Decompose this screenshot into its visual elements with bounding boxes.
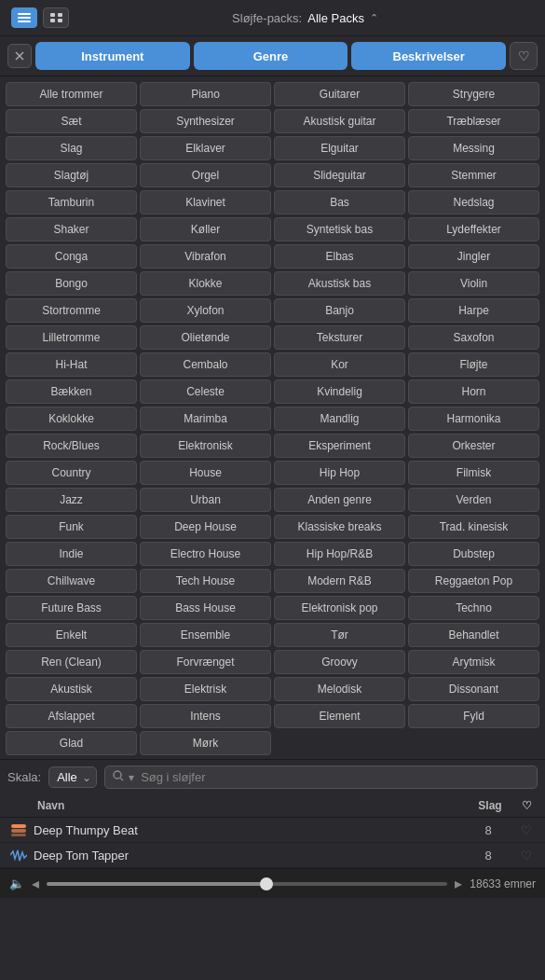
tag-item[interactable]: Elbas (274, 244, 405, 269)
tag-item[interactable]: Urban (140, 488, 271, 512)
tag-item[interactable]: Xylofon (140, 298, 271, 323)
tag-item[interactable]: Slag (6, 136, 137, 160)
tag-item[interactable]: Kvindelig (274, 380, 405, 404)
volume-slider[interactable] (47, 882, 447, 886)
tag-item[interactable]: Eksperiment (274, 434, 405, 458)
tag-item[interactable]: Violin (408, 271, 539, 296)
tag-item[interactable]: Country (6, 461, 137, 485)
tag-item[interactable]: Arytmisk (408, 650, 539, 674)
tag-item[interactable]: Chillwave (6, 569, 137, 593)
tag-item[interactable]: Elektrisk (140, 677, 271, 701)
tag-item[interactable]: Ensemble (140, 623, 271, 647)
tag-item[interactable]: Synthesizer (140, 109, 271, 133)
tag-item[interactable]: Slagtøj (6, 163, 137, 187)
tag-item[interactable]: Jazz (6, 488, 137, 512)
tag-item[interactable]: Fyld (408, 704, 539, 728)
tag-item[interactable]: Indie (6, 542, 137, 566)
tag-item[interactable]: Horn (408, 380, 539, 404)
tag-item[interactable]: Harpe (408, 298, 539, 323)
tag-item[interactable]: Bas (274, 190, 405, 214)
search-input[interactable] (141, 770, 529, 784)
tag-item[interactable]: Mørk (140, 731, 271, 755)
mute-icon[interactable]: 🔈 (9, 876, 24, 890)
tag-item[interactable]: Vibrafon (140, 244, 271, 269)
tag-item[interactable]: Reggaeton Pop (408, 569, 539, 593)
tag-item[interactable]: Nedslag (408, 190, 539, 214)
tag-item[interactable]: Verden (408, 488, 539, 512)
tag-item[interactable]: Jingler (408, 244, 539, 269)
tag-item[interactable]: Modern R&B (274, 569, 405, 593)
tag-item[interactable]: Elklaver (140, 136, 271, 160)
tag-item[interactable]: Piano (140, 82, 271, 106)
tag-item[interactable]: Glad (6, 731, 137, 755)
tag-item[interactable]: Klokke (140, 271, 271, 296)
tag-item[interactable]: Alle trommer (6, 82, 137, 106)
tag-item[interactable]: Akustisk bas (274, 271, 405, 296)
tag-item[interactable]: Tamburin (6, 190, 137, 214)
tag-item[interactable]: Afslappet (6, 704, 137, 728)
scale-selector[interactable]: Alle (48, 766, 97, 788)
close-filter-btn[interactable] (7, 44, 32, 68)
tag-item[interactable]: Banjo (274, 298, 405, 323)
tag-item[interactable]: Orgel (140, 163, 271, 187)
tag-item[interactable]: Filmisk (408, 461, 539, 485)
tag-item[interactable]: Klavinet (140, 190, 271, 214)
tag-item[interactable]: Shaker (6, 217, 137, 242)
tag-item[interactable]: Behandlet (408, 623, 539, 647)
tag-item[interactable]: Guitarer (274, 82, 405, 106)
tag-item[interactable]: Strygere (408, 82, 539, 106)
tag-item[interactable]: Hip Hop/R&B (274, 542, 405, 566)
tag-item[interactable]: Hip Hop (274, 461, 405, 485)
tag-item[interactable]: Akustisk guitar (274, 109, 405, 133)
tag-item[interactable]: Mandlig (274, 407, 405, 431)
tag-item[interactable]: Enkelt (6, 623, 137, 647)
pack-selector[interactable]: Sløjfe-packs: Alle Packs ⌃ (76, 11, 534, 25)
tag-item[interactable]: Marimba (140, 407, 271, 431)
tag-item[interactable]: Elguitar (274, 136, 405, 160)
tag-item[interactable]: Dubstep (408, 542, 539, 566)
instrument-tab[interactable]: Instrument (35, 42, 190, 70)
tag-item[interactable]: Trad. kinesisk (408, 515, 539, 539)
tag-item[interactable]: Saxofon (408, 325, 539, 350)
tag-item[interactable]: Bass House (140, 596, 271, 620)
tag-item[interactable]: Elektronisk pop (274, 596, 405, 620)
tag-item[interactable]: Forvrænget (140, 650, 271, 674)
tag-item[interactable]: Stortromme (6, 298, 137, 323)
tag-item[interactable]: Slideguitar (274, 163, 405, 187)
table-row[interactable]: Deep Thumpy Beat 8 ♡ (0, 818, 545, 843)
tag-item[interactable]: Køller (140, 217, 271, 242)
tag-item[interactable]: Elektronisk (140, 434, 271, 458)
grid-view-btn[interactable] (43, 7, 69, 28)
tag-item[interactable]: Træblæser (408, 109, 539, 133)
tag-item[interactable]: Bongo (6, 271, 137, 296)
tag-item[interactable]: Fløjte (408, 352, 539, 377)
tag-item[interactable]: Groovy (274, 650, 405, 674)
tag-item[interactable]: Lilletromme (6, 325, 137, 350)
tag-item[interactable]: Ren (Clean) (6, 650, 137, 674)
list-view-btn[interactable] (11, 7, 37, 28)
tag-item[interactable]: Lydeffekter (408, 217, 539, 242)
tag-item[interactable]: Deep House (140, 515, 271, 539)
tag-item[interactable]: Celeste (140, 380, 271, 404)
tag-item[interactable]: Dissonant (408, 677, 539, 701)
tag-item[interactable]: Sæt (6, 109, 137, 133)
tag-item[interactable]: Kor (274, 352, 405, 377)
beskrivelser-tab[interactable]: Beskrivelser (351, 42, 506, 70)
tag-item[interactable]: Conga (6, 244, 137, 269)
tag-item[interactable]: Hi-Hat (6, 352, 137, 377)
tag-item[interactable]: Rock/Blues (6, 434, 137, 458)
row-heart[interactable]: ♡ (517, 849, 536, 863)
tag-item[interactable]: Tør (274, 623, 405, 647)
tag-item[interactable]: Element (274, 704, 405, 728)
tag-item[interactable]: Melodisk (274, 677, 405, 701)
scale-select[interactable]: Alle (48, 766, 97, 788)
tag-item[interactable]: Koklokke (6, 407, 137, 431)
tag-item[interactable]: Teksturer (274, 325, 405, 350)
tag-item[interactable]: Electro House (140, 542, 271, 566)
tag-item[interactable]: Akustisk (6, 677, 137, 701)
tag-item[interactable]: Syntetisk bas (274, 217, 405, 242)
tag-item[interactable]: Anden genre (274, 488, 405, 512)
row-heart[interactable]: ♡ (517, 823, 536, 837)
tag-item[interactable]: House (140, 461, 271, 485)
tag-item[interactable]: Messing (408, 136, 539, 160)
